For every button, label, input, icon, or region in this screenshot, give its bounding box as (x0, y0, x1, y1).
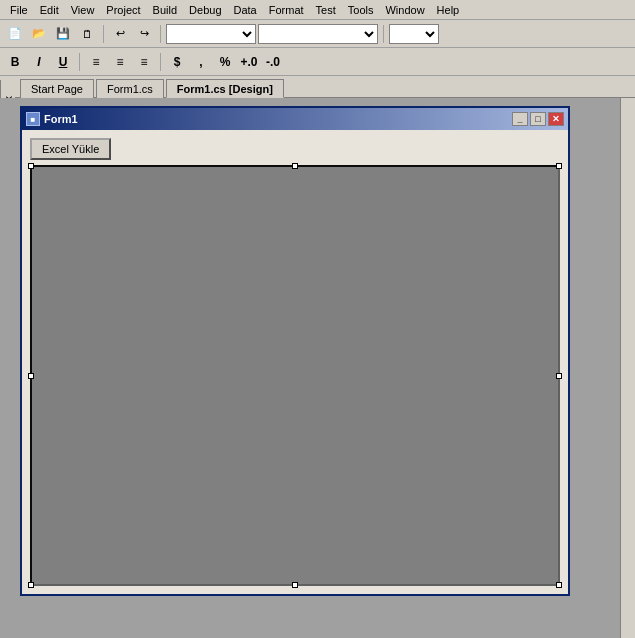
tab-form1-cs[interactable]: Form1.cs (96, 79, 164, 98)
toolbar-save[interactable]: 💾 (52, 23, 74, 45)
main-scrollbar[interactable] (620, 98, 635, 638)
toolbar-redo[interactable]: ↪ (133, 23, 155, 45)
form1-title-text: Form1 (44, 113, 78, 125)
handle-bottom-middle[interactable] (292, 582, 298, 588)
menu-edit[interactable]: Edit (34, 2, 65, 18)
formatting-toolbar: B I U ≡ ≡ ≡ $ , % +.0 -.0 (0, 48, 635, 76)
format-italic[interactable]: I (28, 51, 50, 73)
tab-form1-design[interactable]: Form1.cs [Design] (166, 79, 284, 98)
handle-top-right[interactable] (556, 163, 562, 169)
format-align-left[interactable]: ≡ (85, 51, 107, 73)
format-align-center[interactable]: ≡ (109, 51, 131, 73)
toolbar-save-all[interactable]: 🗒 (76, 23, 98, 45)
toolbar-new[interactable]: 📄 (4, 23, 26, 45)
form1-title-left: ■ Form1 (26, 112, 78, 126)
menu-window[interactable]: Window (379, 2, 430, 18)
menu-tools[interactable]: Tools (342, 2, 380, 18)
form1-content: Excel Yükle (22, 130, 568, 594)
datagrid-control[interactable] (30, 165, 560, 586)
tab-start-page[interactable]: Start Page (20, 79, 94, 98)
separator-3 (383, 25, 384, 43)
form1-icon: ■ (26, 112, 40, 126)
form1-maximize-button[interactable]: □ (530, 112, 546, 126)
form1-minimize-button[interactable]: _ (512, 112, 528, 126)
menu-help[interactable]: Help (431, 2, 466, 18)
form1-close-button[interactable]: ✕ (548, 112, 564, 126)
menu-build[interactable]: Build (147, 2, 183, 18)
form1-window-controls: _ □ ✕ (512, 112, 564, 126)
toolbar-undo[interactable]: ↩ (109, 23, 131, 45)
separator-4 (79, 53, 80, 71)
menu-data[interactable]: Data (228, 2, 263, 18)
menu-test[interactable]: Test (310, 2, 342, 18)
toolbar-dropdown-1[interactable] (166, 24, 256, 44)
menu-debug[interactable]: Debug (183, 2, 227, 18)
tab-strip: Start Page Form1.cs Form1.cs [Design] (0, 76, 635, 98)
toolbar-dropdown-3[interactable] (389, 24, 439, 44)
separator-2 (160, 25, 161, 43)
separator-5 (160, 53, 161, 71)
form1-titlebar: ■ Form1 _ □ ✕ (22, 108, 568, 130)
format-percent[interactable]: % (214, 51, 236, 73)
format-decrease-decimal[interactable]: -.0 (262, 51, 284, 73)
handle-bottom-right[interactable] (556, 582, 562, 588)
handle-top-middle[interactable] (292, 163, 298, 169)
menubar: File Edit View Project Build Debug Data … (0, 0, 635, 20)
menu-file[interactable]: File (4, 2, 34, 18)
separator-1 (103, 25, 104, 43)
menu-project[interactable]: Project (100, 2, 146, 18)
form1-window: ■ Form1 _ □ ✕ Excel Yükle (20, 106, 570, 596)
format-currency[interactable]: $ (166, 51, 188, 73)
handle-bottom-left[interactable] (28, 582, 34, 588)
excel-yukle-button[interactable]: Excel Yükle (30, 138, 111, 160)
main-toolbar: 📄 📂 💾 🗒 ↩ ↪ (0, 20, 635, 48)
menu-format[interactable]: Format (263, 2, 310, 18)
format-underline[interactable]: U (52, 51, 74, 73)
main-area: ■ Form1 _ □ ✕ Excel Yükle (0, 98, 635, 638)
format-separator[interactable]: , (190, 51, 212, 73)
toolbar-open[interactable]: 📂 (28, 23, 50, 45)
menu-view[interactable]: View (65, 2, 101, 18)
toolbar-dropdown-2[interactable] (258, 24, 378, 44)
format-increase-decimal[interactable]: +.0 (238, 51, 260, 73)
format-bold[interactable]: B (4, 51, 26, 73)
format-align-right[interactable]: ≡ (133, 51, 155, 73)
handle-top-left[interactable] (28, 163, 34, 169)
handle-middle-left[interactable] (28, 373, 34, 379)
handle-middle-right[interactable] (556, 373, 562, 379)
